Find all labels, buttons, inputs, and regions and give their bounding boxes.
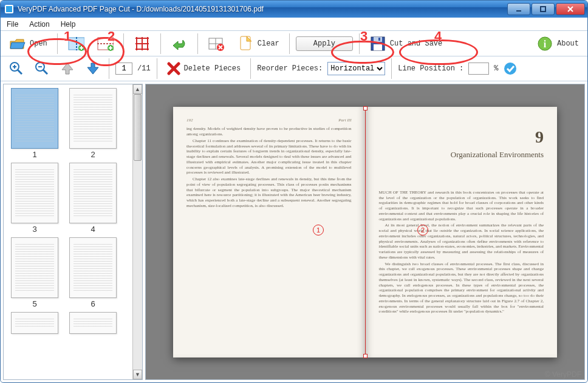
thumbnail-page[interactable]: [69, 312, 117, 334]
add-horizontal-cut-button[interactable]: [93, 34, 117, 53]
chapter-title: Organizational Environments: [379, 150, 544, 160]
thumbnail-scrollbar[interactable]: ▲ ▼: [132, 84, 142, 379]
vertical-cut-icon: [67, 35, 84, 52]
content-area: 123456 ▲ ▼ 192 Part III ing density. Mod…: [1, 81, 587, 382]
line-position-unit: %: [494, 64, 498, 73]
book-spread[interactable]: 192 Part III ing density. Models of weig…: [173, 107, 557, 358]
app-icon: [4, 4, 14, 14]
left-page-section: Part III: [338, 118, 351, 123]
zoom-out-icon: [35, 62, 48, 75]
maximize-button[interactable]: [532, 3, 555, 15]
thumbnail-page[interactable]: [11, 312, 58, 334]
close-button[interactable]: [556, 3, 585, 15]
line-position-input[interactable]: [468, 63, 489, 75]
cut-and-save-label: Cut and Save: [390, 39, 442, 48]
title-bar: VeryPDF Advanced PDF Page Cut - D:/downl…: [1, 1, 587, 18]
undo-button[interactable]: [167, 34, 191, 53]
thumbnail-item[interactable]: 3: [7, 163, 62, 234]
remove-cut-icon: [208, 35, 225, 52]
apply-button[interactable]: Apply: [296, 36, 353, 51]
svg-rect-1: [6, 6, 12, 12]
thumbnail-item[interactable]: [7, 312, 62, 334]
next-page-button[interactable]: [82, 61, 103, 76]
clear-label: Clear: [258, 39, 279, 48]
thumbnail-label: 4: [91, 225, 95, 234]
book-text: At its most general level, the notion of…: [379, 223, 544, 260]
left-page-number: 192: [186, 118, 193, 123]
thumbnail-item[interactable]: 6: [66, 237, 120, 308]
book-right-page: 9 Organizational Environments MUCH OF TH…: [366, 107, 558, 358]
prev-page-button[interactable]: [56, 61, 77, 76]
thumbnail-item[interactable]: 5: [7, 237, 62, 308]
watermark: © VeryPDF: [545, 370, 581, 379]
arrow-down-icon: [86, 62, 99, 75]
menu-bar: File Action Help: [1, 18, 587, 31]
about-button[interactable]: i About: [533, 34, 583, 53]
svg-rect-3: [541, 7, 545, 12]
clear-icon: [237, 35, 254, 52]
menu-action[interactable]: Action: [27, 19, 52, 30]
svg-line-36: [18, 70, 22, 74]
preview-panel: 192 Part III ing density. Models of weig…: [145, 84, 585, 380]
cut-and-save-button[interactable]: Cut and Save: [366, 34, 446, 53]
svg-text:i: i: [544, 39, 547, 49]
thumbnail-page[interactable]: [69, 88, 117, 149]
thumbnail-item[interactable]: [66, 312, 120, 334]
delete-pieces-button[interactable]: Delete Pieces: [163, 61, 245, 76]
thumbnail-label: 6: [91, 299, 95, 308]
open-button[interactable]: Open: [5, 34, 51, 53]
clear-button[interactable]: Clear: [233, 34, 283, 53]
window-controls: [507, 3, 587, 15]
book-left-page: 192 Part III ing density. Models of weig…: [173, 107, 366, 358]
confirm-icon[interactable]: [504, 62, 517, 75]
svg-rect-31: [374, 44, 382, 50]
book-text: Chapter 12 also examines late-stage decl…: [186, 177, 352, 209]
reorder-label: Reorder Pieces:: [257, 64, 323, 73]
delete-pieces-label: Delete Pieces: [184, 64, 241, 73]
thumbnail-item[interactable]: 2: [66, 88, 120, 159]
piece-callout-2: 2: [417, 225, 428, 236]
horizontal-cut-icon: [97, 35, 114, 52]
book-text: MUCH OF THE THEORY and research in this …: [379, 190, 544, 222]
grid-cut-button[interactable]: [130, 34, 154, 53]
grid-icon: [134, 35, 151, 52]
about-label: About: [557, 39, 579, 48]
info-icon: i: [536, 35, 553, 52]
apply-label: Apply: [313, 39, 335, 48]
svg-rect-30: [374, 37, 382, 42]
book-text: Chapter 11 continues the examination of …: [186, 138, 352, 175]
thumbnail-page[interactable]: [11, 163, 58, 223]
page-total-label: /11: [137, 64, 151, 73]
remove-cut-button[interactable]: [204, 34, 228, 53]
menu-file[interactable]: File: [4, 19, 21, 30]
thumbnail-label: 5: [32, 299, 36, 308]
thumbnail-page[interactable]: [11, 237, 58, 298]
menu-help[interactable]: Help: [58, 19, 78, 30]
arrow-up-icon: [60, 62, 74, 75]
thumbnail-page[interactable]: [69, 163, 117, 223]
reorder-select[interactable]: Horizontal: [327, 62, 385, 75]
minimize-button[interactable]: [507, 3, 530, 15]
zoom-in-button[interactable]: [5, 61, 26, 76]
thumbnail-panel: 123456 ▲ ▼: [3, 84, 143, 380]
book-text: ing density. Models of weighted density …: [186, 126, 352, 137]
svg-rect-2: [516, 10, 521, 12]
svg-rect-32: [378, 38, 380, 41]
add-vertical-cut-button[interactable]: [64, 34, 88, 53]
scroll-up-arrow[interactable]: ▲: [133, 84, 142, 94]
zoom-out-button[interactable]: [31, 61, 52, 76]
main-toolbar: Open: [1, 31, 587, 56]
piece-callout-1: 1: [313, 225, 324, 236]
undo-icon: [171, 35, 188, 52]
zoom-in-icon: [9, 62, 22, 75]
scroll-thumb[interactable]: [134, 94, 142, 161]
delete-icon: [167, 62, 180, 75]
thumbnail-page[interactable]: [69, 237, 117, 298]
open-label: Open: [30, 39, 47, 48]
scroll-down-arrow[interactable]: ▼: [133, 370, 142, 379]
thumbnail-page[interactable]: [11, 88, 58, 149]
thumbnail-item[interactable]: 1: [7, 88, 62, 159]
thumbnail-item[interactable]: 4: [66, 163, 120, 234]
secondary-toolbar: /11 Delete Pieces Reorder Pieces: Horizo…: [1, 56, 587, 81]
page-number-input[interactable]: [115, 63, 132, 75]
